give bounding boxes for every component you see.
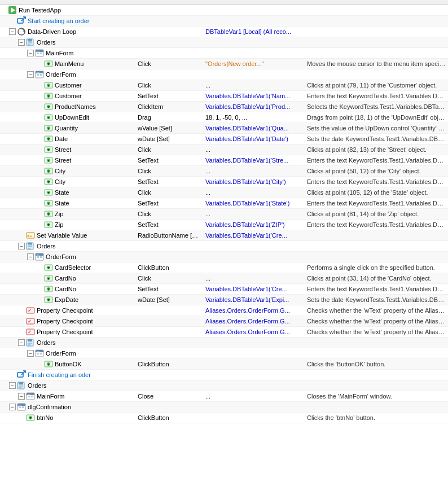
item-cell: ProductNames bbox=[0, 102, 135, 112]
table-row[interactable]: MainMenuClick"Orders|New order..."Moves … bbox=[0, 59, 448, 69]
value-cell: Variables.DBTableVar1('Prod... bbox=[203, 103, 305, 111]
item-label: ProductNames bbox=[55, 103, 96, 110]
mainform-icon: frm bbox=[35, 49, 44, 58]
table-row[interactable]: Start creating an order bbox=[0, 16, 448, 27]
value-cell bbox=[203, 52, 305, 54]
value-cell: Aliases.Orders.OrderForm.G... bbox=[203, 307, 305, 314]
description-cell bbox=[305, 406, 448, 408]
item-label: Start creating an order bbox=[28, 17, 89, 24]
item-label: Set Variable Value bbox=[37, 232, 87, 239]
table-row[interactable]: − frm OrderForm bbox=[0, 252, 448, 262]
table-row[interactable]: − frm MainForm bbox=[0, 48, 448, 59]
description-cell: Sets the value of the UpDown control 'Qu… bbox=[305, 124, 448, 132]
operation-cell: ClickButton bbox=[135, 414, 203, 422]
value-cell: ... bbox=[203, 146, 305, 154]
description-cell: Performs a single click on the specified… bbox=[305, 264, 448, 272]
item-label: Date bbox=[55, 135, 68, 142]
table-row[interactable]: DatewDate [Set]Variables.DBTableVar1('Da… bbox=[0, 134, 448, 145]
value-cell bbox=[203, 364, 305, 365]
item-label: OrderForm bbox=[46, 71, 76, 78]
table-row[interactable]: − frm OrderForm bbox=[0, 348, 448, 359]
expand-collapse-icon[interactable]: − bbox=[18, 243, 25, 249]
table-row[interactable]: ZipSetTextVariables.DBTableVar1('ZIP')En… bbox=[0, 220, 448, 230]
operation-cell: RadioButtonName [Pr... bbox=[135, 231, 203, 239]
table-row[interactable]: CustomerSetTextVariables.DBTableVar1('Na… bbox=[0, 91, 448, 102]
svg-rect-109 bbox=[17, 373, 23, 377]
table-row[interactable]: − Orders bbox=[0, 37, 448, 48]
table-row[interactable]: StreetClick...Clicks at point (82, 13) o… bbox=[0, 145, 448, 155]
table-row[interactable]: − Data-Driven LoopDBTableVar1 [Local] (A… bbox=[0, 27, 448, 37]
table-row[interactable]: − Orders bbox=[0, 338, 448, 348]
expand-collapse-icon[interactable]: − bbox=[9, 382, 16, 389]
operation-cell bbox=[135, 42, 203, 43]
table-row[interactable]: x= Set Variable ValueRadioButtonName [Pr… bbox=[0, 230, 448, 241]
table-row[interactable]: CardSelectorClickButtonPerforms a single… bbox=[0, 262, 448, 273]
expand-collapse-icon[interactable]: − bbox=[18, 39, 25, 46]
table-row[interactable]: CityClick...Clicks at point (50, 12) of … bbox=[0, 166, 448, 177]
description-cell: Clicks at point (105, 12) of the 'State'… bbox=[305, 189, 448, 196]
table-row[interactable]: StreetSetTextVariables.DBTableVar1('Stre… bbox=[0, 155, 448, 166]
table-row[interactable]: CustomerClick...Clicks at point (79, 11)… bbox=[0, 80, 448, 91]
expand-collapse-icon[interactable]: − bbox=[27, 71, 34, 78]
item-cell: − frm dlgConfirmation bbox=[0, 402, 135, 412]
table-row[interactable]: ✓ Property CheckpointAliases.Orders.Orde… bbox=[0, 316, 448, 327]
table-row[interactable]: ProductNamesClickItemVariables.DBTableVa… bbox=[0, 102, 448, 112]
checkpoint-icon: ✓ bbox=[26, 306, 35, 315]
svg-text:frm: frm bbox=[37, 254, 39, 256]
svg-rect-103 bbox=[37, 353, 39, 354]
item-green-icon bbox=[44, 177, 53, 186]
expand-collapse-icon[interactable]: − bbox=[27, 253, 34, 260]
table-row[interactable]: − frm dlgConfirmation bbox=[0, 402, 448, 413]
item-label: Zip bbox=[55, 211, 63, 217]
item-green-icon bbox=[44, 284, 53, 294]
svg-rect-118 bbox=[28, 396, 30, 397]
item-label: Data-Driven Loop bbox=[28, 28, 76, 35]
mainform-icon: frm bbox=[26, 392, 35, 401]
table-row[interactable]: ✓ Property CheckpointAliases.Orders.Orde… bbox=[0, 327, 448, 338]
description-cell: Sets the date KeywordTests.Test1.Variabl… bbox=[305, 296, 448, 304]
table-row[interactable]: Run TestedApp bbox=[0, 5, 448, 16]
table-row[interactable]: ButtonOKClickButtonClicks the 'ButtonOK'… bbox=[0, 359, 448, 370]
table-row[interactable]: CardNoClick...Clicks at point (33, 14) o… bbox=[0, 273, 448, 284]
table-row[interactable]: StateSetTextVariables.DBTableVar1('State… bbox=[0, 198, 448, 209]
item-cell: ✓ Property Checkpoint bbox=[0, 316, 135, 326]
value-cell bbox=[203, 417, 305, 418]
value-cell bbox=[203, 342, 305, 343]
table-row[interactable]: Finish creating an oder bbox=[0, 370, 448, 380]
expand-collapse-icon[interactable]: − bbox=[9, 28, 16, 35]
table-row[interactable]: QuantitywValue [Set]Variables.DBTableVar… bbox=[0, 123, 448, 134]
value-cell: DBTableVar1 [Local] (All reco... bbox=[203, 28, 305, 36]
table-row[interactable]: − Orders bbox=[0, 241, 448, 252]
table-row[interactable]: UpDownEditDrag18, 1, -50, 0, ...Drags fr… bbox=[0, 112, 448, 123]
table-row[interactable]: CardNoSetTextVariables.DBTableVar1('Cre.… bbox=[0, 284, 448, 295]
table-row[interactable]: − Orders bbox=[0, 380, 448, 391]
operation-cell bbox=[135, 353, 203, 354]
expand-collapse-icon[interactable]: − bbox=[18, 339, 25, 346]
operation-cell: SetText bbox=[135, 199, 203, 207]
tree-body: Run TestedApp Start creating an order− D… bbox=[0, 5, 448, 423]
expand-collapse-icon[interactable]: − bbox=[9, 404, 16, 410]
svg-rect-119 bbox=[31, 396, 33, 397]
description-cell bbox=[305, 256, 448, 257]
description-cell: Checks whether the 'wText' property of t… bbox=[305, 307, 448, 314]
expand-collapse-icon[interactable]: − bbox=[18, 393, 25, 400]
expand-collapse-icon[interactable]: − bbox=[27, 350, 34, 357]
operation-cell bbox=[135, 74, 203, 75]
item-cell: ✓ Property Checkpoint bbox=[0, 305, 135, 316]
table-row[interactable]: − frm MainFormClose...Closes the 'MainFo… bbox=[0, 391, 448, 402]
table-row[interactable]: CitySetTextVariables.DBTableVar1('City')… bbox=[0, 177, 448, 187]
item-cell: − Data-Driven Loop bbox=[0, 27, 135, 37]
table-row[interactable]: ZipClick...Clicks at point (81, 14) of t… bbox=[0, 209, 448, 220]
table-row[interactable]: ExpDatewDate [Set]Variables.DBTableVar1(… bbox=[0, 295, 448, 305]
description-cell bbox=[305, 342, 448, 343]
table-row[interactable]: btnNoClickButtonClicks the 'btnNo' butto… bbox=[0, 413, 448, 423]
item-green-icon bbox=[44, 102, 53, 111]
expand-collapse-icon[interactable]: − bbox=[27, 50, 34, 56]
svg-rect-13 bbox=[37, 52, 39, 54]
table-row[interactable]: StateClick...Clicks at point (105, 12) o… bbox=[0, 187, 448, 198]
svg-rect-76 bbox=[40, 256, 42, 258]
table-row[interactable]: ✓ Property CheckpointAliases.Orders.Orde… bbox=[0, 305, 448, 316]
table-row[interactable]: − frm OrderForm bbox=[0, 69, 448, 80]
description-cell: Checks whether the 'wText' property of t… bbox=[305, 317, 448, 325]
item-cell: Street bbox=[0, 155, 135, 165]
